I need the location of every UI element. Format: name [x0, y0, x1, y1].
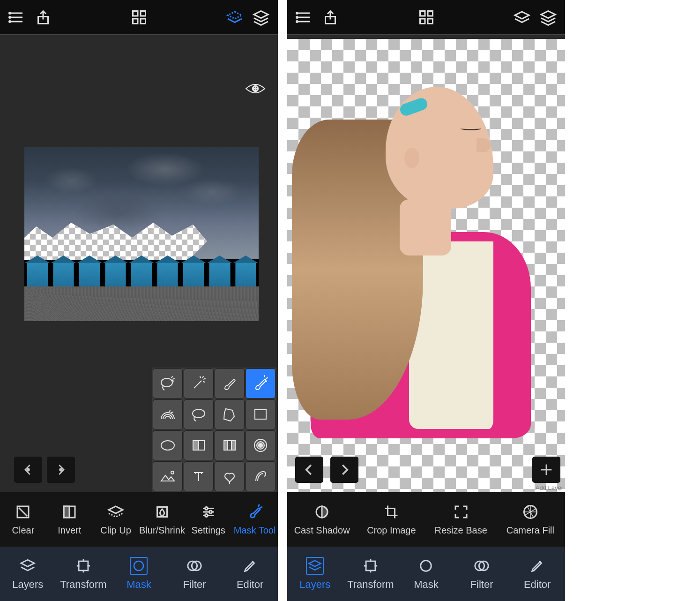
svg-point-17 — [27, 469, 30, 471]
tool-lasso[interactable] — [184, 399, 214, 429]
tool-smart-brush[interactable] — [246, 368, 276, 398]
svg-point-47 — [134, 561, 143, 571]
action-settings[interactable]: Settings — [185, 503, 231, 536]
action-clip-up[interactable]: Clip Up — [93, 503, 139, 536]
tab-editor[interactable]: Editor — [222, 547, 278, 601]
share-icon[interactable] — [35, 9, 52, 26]
tab-editor[interactable]: Editor — [509, 547, 565, 601]
tool-magic-lasso[interactable] — [153, 368, 183, 398]
tab-transform[interactable]: Transform — [343, 547, 399, 601]
tab-filter[interactable]: Filter — [167, 547, 223, 601]
svg-rect-27 — [224, 441, 228, 450]
svg-point-3 — [9, 12, 11, 14]
action-label: Resize Base — [434, 525, 487, 536]
svg-marker-67 — [309, 561, 321, 567]
svg-rect-7 — [133, 11, 138, 16]
grid-icon[interactable] — [418, 9, 435, 26]
tool-arc[interactable] — [153, 399, 183, 429]
action-camera-fill[interactable]: Camera Fill — [496, 503, 565, 536]
prev-button[interactable] — [295, 457, 323, 483]
action-label: Clip Up — [100, 525, 131, 536]
tab-filter[interactable]: Filter — [454, 547, 510, 601]
svg-rect-46 — [79, 561, 88, 571]
tab-label: Transform — [347, 578, 394, 591]
topbar — [287, 0, 565, 35]
svg-marker-61 — [515, 12, 529, 19]
tool-scene[interactable] — [153, 461, 183, 491]
beach-huts — [24, 255, 259, 288]
add-layer-button[interactable] — [532, 457, 560, 483]
svg-rect-58 — [428, 11, 433, 16]
svg-marker-62 — [541, 11, 555, 18]
svg-point-4 — [9, 16, 11, 18]
list-icon[interactable] — [8, 9, 25, 26]
tab-layers[interactable]: Layers — [0, 547, 56, 601]
mask-layers-icon[interactable] — [226, 9, 243, 26]
svg-rect-22 — [255, 410, 266, 419]
tab-mask[interactable]: Mask — [111, 547, 167, 601]
tool-gradient-linear[interactable] — [184, 430, 214, 460]
tool-brush[interactable] — [215, 368, 245, 398]
svg-rect-59 — [420, 19, 425, 24]
pane-mask: Clear Invert Clip Up Blur/Shrink Setting… — [0, 0, 278, 601]
next-button[interactable] — [47, 457, 75, 483]
tool-shape[interactable] — [215, 461, 245, 491]
stack-icon[interactable] — [253, 9, 269, 26]
tab-label: Filter — [470, 578, 493, 591]
prev-button[interactable] — [14, 457, 42, 483]
image-preview[interactable] — [24, 147, 259, 321]
tool-gradient-split[interactable] — [215, 430, 245, 460]
tool-magic-wand[interactable] — [184, 368, 214, 398]
tab-transform[interactable]: Transform — [56, 547, 112, 601]
action-invert[interactable]: Invert — [46, 503, 93, 536]
svg-point-43 — [209, 511, 212, 513]
tab-label: Mask — [127, 578, 151, 591]
svg-point-54 — [297, 16, 298, 18]
svg-point-32 — [171, 471, 174, 474]
svg-rect-28 — [231, 441, 235, 450]
mask-tool-palette — [152, 368, 276, 492]
mask-actions: Clear Invert Clip Up Blur/Shrink Setting… — [0, 492, 278, 547]
topbar — [0, 0, 278, 35]
svg-rect-8 — [141, 11, 146, 16]
visibility-toggle-icon[interactable] — [245, 82, 266, 97]
svg-point-18 — [60, 469, 62, 471]
tool-rectangle[interactable] — [246, 399, 276, 429]
tab-layers[interactable]: Layers — [287, 547, 343, 601]
list-icon[interactable] — [296, 9, 313, 26]
action-label: Crop Image — [367, 525, 416, 536]
svg-point-53 — [297, 12, 298, 14]
tool-hair[interactable] — [246, 461, 276, 491]
cutout-subject[interactable] — [292, 91, 545, 448]
tool-polygon[interactable] — [215, 399, 245, 429]
stack-outline-icon[interactable] — [514, 9, 530, 26]
tab-mask[interactable]: Mask — [398, 547, 454, 601]
canvas[interactable] — [0, 35, 278, 492]
svg-point-44 — [205, 514, 208, 517]
next-button[interactable] — [330, 457, 358, 483]
stack-icon[interactable] — [540, 9, 557, 26]
tab-label: Transform — [60, 578, 106, 591]
add-layer-label: Add Layer — [536, 484, 563, 491]
bottom-tabs: Layers Transform Mask Filter Editor — [287, 547, 565, 601]
canvas[interactable]: Add Layer — [287, 35, 565, 492]
svg-point-42 — [205, 507, 208, 510]
tab-label: Mask — [414, 578, 439, 591]
tool-ellipse[interactable] — [153, 430, 183, 460]
action-cast-shadow[interactable]: Cast Shadow — [287, 503, 357, 536]
action-blur-shrink[interactable]: Blur/Shrink — [139, 503, 185, 536]
action-resize-base[interactable]: Resize Base — [426, 503, 496, 536]
action-mask-tool[interactable]: Mask Tool — [231, 503, 278, 536]
tool-text[interactable] — [184, 461, 214, 491]
tab-label: Layers — [299, 578, 330, 591]
action-crop-image[interactable]: Crop Image — [357, 503, 426, 536]
action-clear[interactable]: Clear — [0, 503, 46, 536]
share-icon[interactable] — [322, 9, 339, 26]
svg-line-20 — [194, 381, 201, 388]
grid-icon[interactable] — [131, 9, 148, 26]
svg-point-69 — [421, 561, 432, 571]
svg-rect-60 — [428, 19, 433, 24]
svg-rect-25 — [193, 441, 199, 450]
tool-radial[interactable] — [246, 430, 276, 460]
svg-marker-12 — [254, 11, 268, 18]
